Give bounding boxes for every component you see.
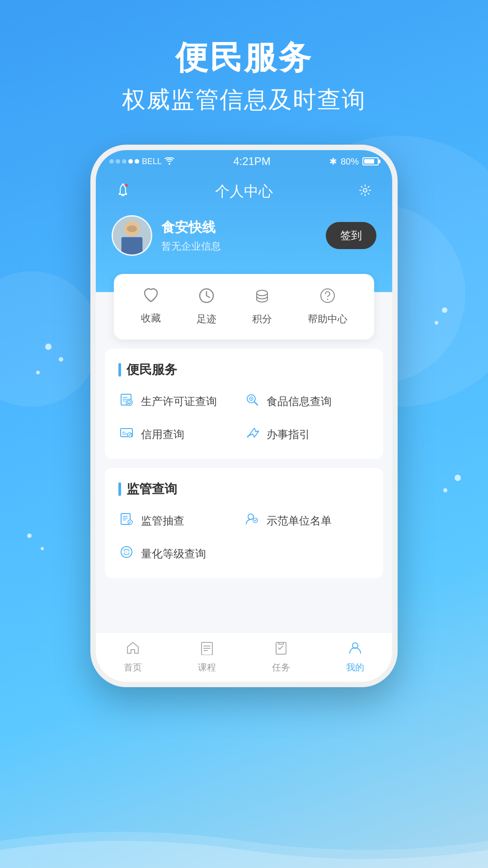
status-bar: BELL 4:21PM ✱ 80% [96, 150, 392, 173]
nav-item-course[interactable]: 课程 [198, 641, 216, 674]
supervision-title-text: 监管查询 [127, 481, 177, 498]
nav-item-task[interactable]: 任务 [272, 641, 290, 674]
task-icon [274, 641, 288, 659]
avatar-image [113, 217, 151, 255]
food-info-icon [244, 393, 260, 410]
signal-dot-3 [122, 159, 127, 164]
convenience-menu-grid: 生产许可证查询 食品信息查询 [118, 389, 370, 446]
svg-point-10 [327, 299, 328, 300]
quick-item-footprint[interactable]: 足迹 [197, 288, 216, 326]
grade-icon [118, 545, 135, 562]
dot-7 [443, 488, 447, 492]
quick-item-favorites[interactable]: 收藏 [141, 288, 161, 326]
battery-fill [364, 159, 374, 164]
nav-item-home[interactable]: 首页 [124, 641, 142, 674]
svg-point-16 [251, 398, 252, 400]
mine-label: 我的 [346, 661, 364, 674]
signal-dot-5 [135, 159, 139, 164]
user-profile: 食安快线 暂无企业信息 签到 [112, 215, 376, 256]
supervision-section: 监管查询 监管抽查 [105, 468, 383, 578]
svg-point-9 [321, 289, 334, 302]
course-icon [200, 641, 214, 659]
avatar [112, 215, 152, 256]
quick-actions-bar: 收藏 足迹 [114, 274, 374, 340]
phone-mockup: BELL 4:21PM ✱ 80% [90, 145, 398, 687]
menu-item-exemplary[interactable]: 示范单位名单 [244, 509, 370, 533]
dot-1 [45, 344, 52, 350]
task-label: 任务 [272, 661, 290, 674]
main-content: 便民服务 [96, 340, 392, 682]
production-license-icon [118, 393, 135, 410]
footprint-icon [198, 288, 215, 308]
quick-item-points[interactable]: 积分 [252, 288, 272, 326]
home-label: 首页 [124, 661, 142, 674]
menu-item-guide[interactable]: 办事指引 [244, 422, 370, 446]
favorites-icon [143, 288, 159, 307]
svg-point-2 [363, 189, 367, 192]
svg-point-6 [127, 225, 137, 232]
bg-decoration-3 [0, 271, 99, 407]
menu-item-production-license[interactable]: 生产许可证查询 [118, 389, 244, 413]
supervision-menu-grid: 监管抽查 示范单位名单 [118, 509, 370, 566]
settings-icon[interactable] [354, 184, 376, 200]
menu-item-credit[interactable]: 信用查询 [118, 422, 244, 446]
help-label: 帮助中心 [308, 312, 347, 326]
hero-subtitle: 权威监管信息及时查询 [0, 84, 488, 116]
menu-item-inspection[interactable]: 监管抽查 [118, 509, 244, 533]
hero-section: 便民服务 权威监管信息及时查询 [0, 36, 488, 116]
svg-point-21 [248, 514, 253, 519]
credit-icon [118, 426, 135, 443]
menu-item-grade[interactable]: 量化等级查询 [118, 542, 244, 566]
dot-3 [36, 371, 40, 374]
bluetooth-icon: ✱ [329, 156, 337, 167]
signal-dot-4 [128, 159, 133, 164]
grade-label: 量化等级查询 [141, 547, 206, 561]
carrier-label: BELL [142, 157, 162, 166]
supervision-title: 监管查询 [118, 481, 370, 498]
battery-percent: 80% [341, 156, 359, 167]
signal-dot-2 [116, 159, 120, 164]
guide-label: 办事指引 [267, 427, 310, 442]
user-name: 食安快线 [161, 218, 317, 237]
status-time: 4:21PM [233, 155, 271, 168]
waves-decoration [0, 814, 488, 868]
status-left: BELL [109, 156, 174, 167]
footprint-label: 足迹 [197, 312, 216, 326]
user-subtitle: 暂无企业信息 [161, 240, 317, 253]
signal-dot-1 [109, 159, 114, 164]
svg-rect-5 [122, 237, 143, 255]
convenience-title-text: 便民服务 [127, 361, 177, 378]
quick-item-help[interactable]: 帮助中心 [308, 288, 347, 326]
exemplary-label: 示范单位名单 [267, 514, 332, 528]
food-info-label: 食品信息查询 [267, 394, 332, 409]
convenience-section: 便民服务 [105, 349, 383, 459]
dot-6 [455, 475, 461, 481]
inspection-label: 监管抽查 [141, 514, 184, 528]
mine-icon [348, 641, 362, 659]
hero-title: 便民服务 [0, 36, 488, 80]
header-title: 个人中心 [134, 182, 354, 202]
home-icon [126, 641, 140, 659]
exemplary-icon [244, 512, 260, 529]
production-license-label: 生产许可证查询 [141, 394, 217, 409]
notification-icon[interactable] [112, 184, 134, 200]
dot-2 [59, 357, 63, 362]
dot-9 [41, 547, 44, 550]
points-label: 积分 [252, 312, 272, 326]
course-label: 课程 [198, 661, 216, 674]
nav-item-mine[interactable]: 我的 [346, 641, 364, 674]
user-info: 食安快线 暂无企业信息 [161, 218, 317, 253]
menu-item-food-info[interactable]: 食品信息查询 [244, 389, 370, 413]
points-icon [254, 288, 270, 308]
bottom-navigation: 首页 课程 [96, 632, 392, 682]
battery-indicator [362, 157, 379, 165]
wifi-icon [164, 156, 174, 167]
svg-point-8 [257, 290, 267, 296]
checkin-button[interactable]: 签到 [326, 222, 376, 249]
dot-5 [435, 321, 438, 325]
supervision-title-bar [118, 482, 121, 496]
phone-frame: BELL 4:21PM ✱ 80% [90, 145, 398, 687]
convenience-title: 便民服务 [118, 361, 370, 378]
credit-label: 信用查询 [141, 427, 184, 442]
guide-icon [244, 426, 260, 443]
